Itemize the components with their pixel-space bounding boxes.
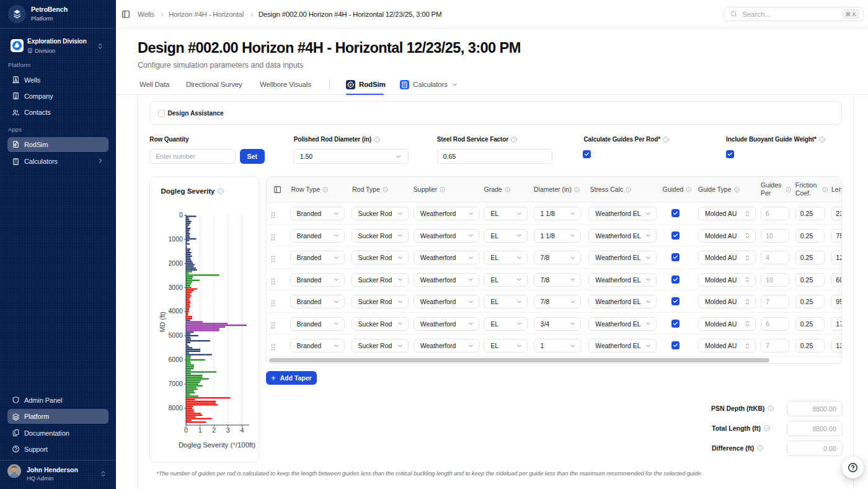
svg-text:0: 0: [179, 211, 183, 218]
svg-text:3: 3: [226, 426, 229, 434]
svg-text:7000: 7000: [168, 379, 183, 387]
svg-text:1: 1: [198, 426, 202, 434]
svg-text:2000: 2000: [168, 259, 183, 266]
svg-text:3000: 3000: [168, 283, 183, 290]
svg-text:0: 0: [184, 426, 188, 434]
svg-text:MD (ft): MD (ft): [159, 312, 166, 332]
svg-text:6000: 6000: [168, 356, 183, 363]
svg-text:2: 2: [212, 426, 216, 434]
svg-text:8000: 8000: [168, 403, 183, 411]
svg-text:1000: 1000: [168, 235, 183, 242]
svg-text:5000: 5000: [168, 331, 183, 339]
svg-text:4000: 4000: [168, 307, 183, 315]
svg-text:4: 4: [240, 426, 244, 434]
svg-text:Dogleg Severity (°/100ft): Dogleg Severity (°/100ft): [178, 441, 255, 449]
